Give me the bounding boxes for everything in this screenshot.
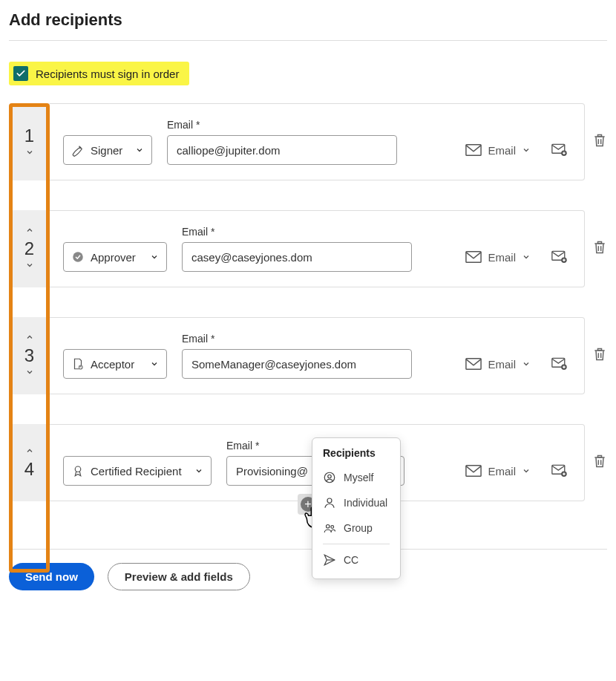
order-number: 4 xyxy=(24,459,34,480)
trash-icon xyxy=(592,453,607,469)
email-label: Email * xyxy=(167,119,397,131)
sign-order-checkbox-row[interactable]: Recipients must sign in order xyxy=(9,62,189,85)
footer: Send now Preview & add fields xyxy=(9,549,607,590)
add-me-button[interactable] xyxy=(548,242,571,272)
chevron-down-icon xyxy=(150,251,159,264)
chevron-up-icon[interactable] xyxy=(25,333,34,344)
divider xyxy=(323,544,390,544)
delivery-label: Email xyxy=(488,465,516,478)
mail-icon xyxy=(465,357,482,371)
chevron-up-icon[interactable] xyxy=(25,226,34,237)
order-handle[interactable]: 1 xyxy=(9,103,50,180)
mail-icon xyxy=(465,250,482,264)
popover-item-label: CC xyxy=(344,554,358,566)
add-me-button[interactable] xyxy=(548,456,571,486)
svg-point-16 xyxy=(328,475,332,478)
svg-point-18 xyxy=(327,525,330,529)
delivery-label: Email xyxy=(488,144,516,157)
delivery-select[interactable]: Email xyxy=(462,456,534,486)
mail-icon xyxy=(465,143,482,157)
chevron-down-icon xyxy=(135,144,144,157)
svg-rect-8 xyxy=(466,359,481,370)
send-icon xyxy=(323,553,336,567)
order-handle[interactable]: 4 xyxy=(9,424,50,501)
user-circle-icon xyxy=(323,471,336,484)
delivery-select[interactable]: Email xyxy=(462,349,534,379)
svg-rect-12 xyxy=(466,466,481,477)
email-input[interactable] xyxy=(182,242,412,272)
popover-item-individual[interactable]: Individual xyxy=(312,490,400,515)
recipient-row: 3 Acceptor Email * Email xyxy=(9,317,607,394)
page-title: Add recipients xyxy=(9,10,607,30)
chevron-down-icon[interactable] xyxy=(25,368,34,379)
popover-item-label: Myself xyxy=(344,472,373,483)
sign-order-label: Recipients must sign in order xyxy=(36,68,179,80)
order-number: 3 xyxy=(24,345,34,366)
email-label: Email * xyxy=(182,333,412,345)
chevron-down-icon xyxy=(522,358,531,371)
trash-icon xyxy=(592,132,607,149)
order-number: 2 xyxy=(24,238,34,259)
delivery-select[interactable]: Email xyxy=(462,242,534,272)
recipient-row: 1 Signer Email * Email xyxy=(9,103,607,180)
chevron-down-icon[interactable] xyxy=(25,261,34,272)
preview-add-fields-button[interactable]: Preview & add fields xyxy=(108,563,250,590)
add-me-button[interactable] xyxy=(548,135,571,165)
chevron-up-icon[interactable] xyxy=(25,446,34,457)
role-select[interactable]: Acceptor xyxy=(63,349,167,379)
popover-title: Recipients xyxy=(312,446,400,465)
role-select[interactable]: Certified Recipient xyxy=(63,456,212,486)
group-icon xyxy=(323,521,336,535)
delete-button[interactable] xyxy=(592,453,607,472)
role-select[interactable]: Approver xyxy=(63,242,167,272)
delete-button[interactable] xyxy=(592,239,607,258)
pen-icon xyxy=(71,143,85,157)
role-label: Approver xyxy=(91,251,136,264)
popover-item-myself[interactable]: Myself xyxy=(312,465,400,490)
recipient-row: 2 Approver Email * Email xyxy=(9,210,607,287)
user-icon xyxy=(323,496,336,509)
order-handle[interactable]: 2 xyxy=(9,210,50,287)
delivery-label: Email xyxy=(488,358,516,371)
email-input[interactable] xyxy=(182,349,412,379)
divider xyxy=(9,40,607,41)
email-label: Email * xyxy=(182,226,412,238)
svg-point-19 xyxy=(331,526,334,529)
checkbox-icon xyxy=(13,66,28,81)
chevron-down-icon xyxy=(522,465,531,478)
trash-icon xyxy=(592,346,607,362)
role-label: Signer xyxy=(91,144,122,157)
chevron-down-icon xyxy=(522,251,531,264)
order-number: 1 xyxy=(24,126,34,146)
svg-point-3 xyxy=(73,252,83,262)
popover-item-group[interactable]: Group xyxy=(312,515,400,541)
popover-item-label: Individual xyxy=(344,497,387,509)
popover-item-cc[interactable]: CC xyxy=(312,547,400,573)
add-me-button[interactable] xyxy=(548,349,571,379)
svg-point-17 xyxy=(327,498,332,503)
role-label: Certified Recipient xyxy=(91,465,182,478)
ribbon-icon xyxy=(71,464,85,478)
delete-button[interactable] xyxy=(592,346,607,365)
add-recipient-popover: Recipients Myself Individual Group CC xyxy=(312,437,401,579)
popover-item-label: Group xyxy=(344,522,373,534)
email-input[interactable] xyxy=(167,135,397,165)
delete-button[interactable] xyxy=(592,132,607,151)
envelope-plus-icon xyxy=(551,463,568,479)
order-handle[interactable]: 3 xyxy=(9,317,50,394)
delivery-select[interactable]: Email xyxy=(462,135,534,165)
role-select[interactable]: Signer xyxy=(63,135,152,165)
svg-rect-0 xyxy=(466,145,481,156)
add-recipient-area: + xyxy=(9,494,607,531)
svg-point-11 xyxy=(75,466,81,472)
recipients-list: 1 Signer Email * Email xyxy=(9,103,607,501)
role-label: Acceptor xyxy=(91,358,134,371)
send-now-button[interactable]: Send now xyxy=(9,563,94,590)
document-check-icon xyxy=(71,357,85,371)
recipient-card: Acceptor Email * Email xyxy=(50,317,585,394)
mail-icon xyxy=(465,464,482,478)
envelope-plus-icon xyxy=(551,249,568,265)
chevron-down-icon[interactable] xyxy=(25,148,34,159)
envelope-plus-icon xyxy=(551,356,568,372)
delivery-label: Email xyxy=(488,251,516,264)
